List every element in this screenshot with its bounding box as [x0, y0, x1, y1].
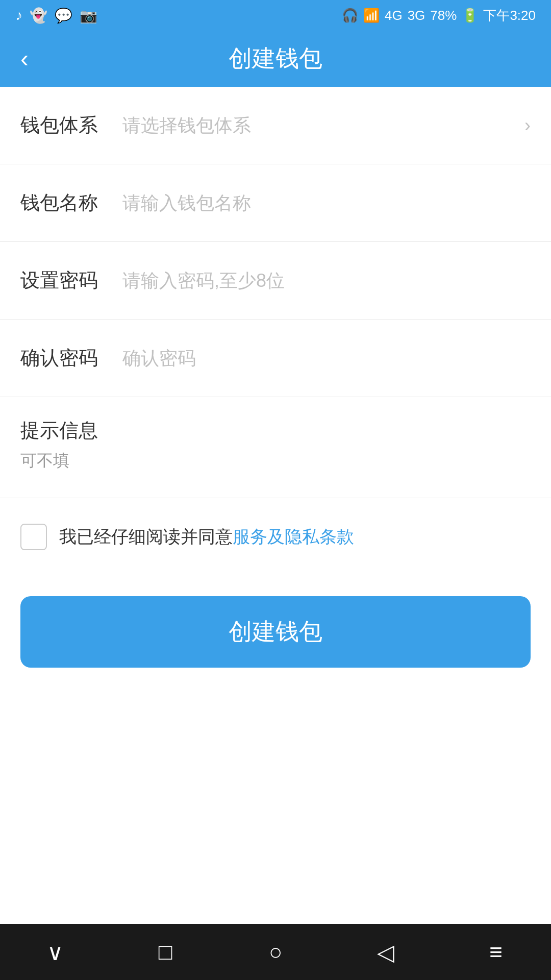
- nav-menu-icon[interactable]: ≡: [475, 932, 516, 972]
- page-title: 创建钱包: [229, 43, 322, 75]
- wallet-system-label: 钱包体系: [20, 112, 112, 138]
- battery-icon: 🔋: [462, 8, 478, 23]
- music-icon: ♪: [15, 7, 22, 23]
- status-left-icons: ♪ 👻 💬 📷: [15, 7, 97, 24]
- app-header: ‹ 创建钱包: [0, 31, 551, 87]
- nav-square-icon[interactable]: □: [145, 932, 186, 972]
- password-label: 设置密码: [20, 267, 112, 293]
- agreement-row: 我已经仔细阅读并同意服务及隐私条款: [0, 498, 551, 576]
- wechat-icon: 💬: [55, 7, 72, 24]
- hint-sub-label: 可不填: [20, 450, 531, 472]
- agreement-link[interactable]: 服务及隐私条款: [233, 527, 354, 546]
- bottom-nav-bar: ∨ □ ○ ◁ ≡: [0, 924, 551, 980]
- confirm-password-input[interactable]: [112, 348, 531, 369]
- hint-row: 提示信息 可不填: [0, 397, 551, 498]
- signal-3g-label: 3G: [408, 8, 425, 23]
- wallet-name-label: 钱包名称: [20, 190, 112, 216]
- wifi-icon: 📶: [363, 8, 380, 23]
- camera-icon: 📷: [80, 7, 97, 24]
- battery-label: 78%: [430, 8, 457, 23]
- agreement-prefix: 我已经仔细阅读并同意: [59, 527, 233, 546]
- wallet-name-row: 钱包名称: [0, 164, 551, 242]
- confirm-password-label: 确认密码: [20, 345, 112, 371]
- wallet-system-row[interactable]: 钱包体系 ›: [0, 87, 551, 164]
- hint-label: 提示信息: [20, 418, 531, 444]
- password-input[interactable]: [112, 270, 531, 291]
- status-right-info: 🎧 📶 4G 3G 78% 🔋 下午3:20: [342, 7, 536, 24]
- chevron-right-icon: ›: [524, 115, 531, 136]
- create-button-wrap: 创建钱包: [0, 576, 551, 688]
- headphone-icon: 🎧: [342, 8, 358, 23]
- time-label: 下午3:20: [483, 7, 536, 24]
- nav-home-icon[interactable]: ○: [255, 932, 296, 972]
- create-wallet-button[interactable]: 创建钱包: [20, 596, 531, 668]
- nav-down-icon[interactable]: ∨: [35, 932, 76, 972]
- agreement-text: 我已经仔细阅读并同意服务及隐私条款: [59, 525, 354, 549]
- back-button[interactable]: ‹: [20, 46, 29, 71]
- password-row: 设置密码: [0, 242, 551, 320]
- snapchat-icon: 👻: [30, 7, 47, 24]
- wallet-name-input[interactable]: [112, 192, 531, 214]
- form-content: 钱包体系 › 钱包名称 设置密码 确认密码 提示信息 可不填 我已经仔细阅读并同…: [0, 87, 551, 924]
- agreement-checkbox[interactable]: [20, 524, 47, 550]
- nav-back-icon[interactable]: ◁: [365, 932, 406, 972]
- status-bar: ♪ 👻 💬 📷 🎧 📶 4G 3G 78% 🔋 下午3:20: [0, 0, 551, 31]
- signal-4g-label: 4G: [385, 8, 403, 23]
- confirm-password-row: 确认密码: [0, 320, 551, 397]
- wallet-system-input[interactable]: [112, 115, 519, 136]
